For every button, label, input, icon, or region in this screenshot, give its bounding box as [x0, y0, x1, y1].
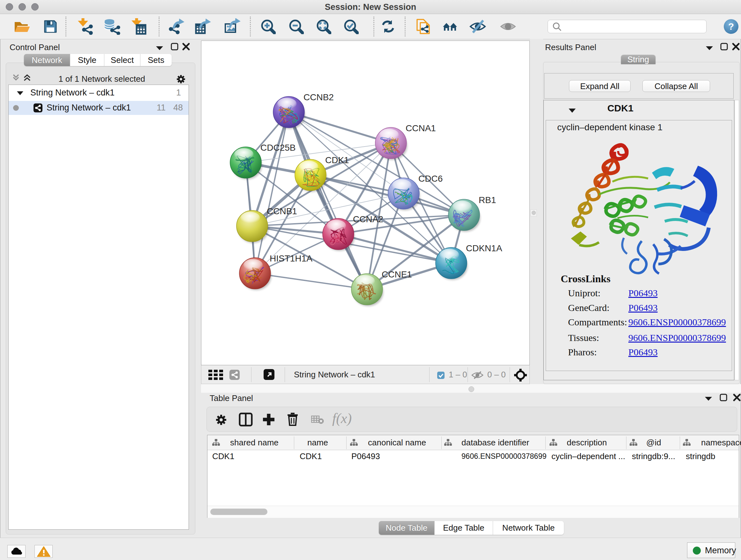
svg-text:CDC6: CDC6: [418, 174, 443, 184]
svg-text:CDKN1A: CDKN1A: [466, 243, 502, 253]
svg-text:CCNB2: CCNB2: [304, 92, 334, 102]
svg-text:CCNA2: CCNA2: [353, 214, 383, 224]
svg-text:CDC25B: CDC25B: [260, 143, 295, 152]
svg-text:RB1: RB1: [479, 195, 496, 205]
svg-text:CCNB1: CCNB1: [267, 206, 297, 216]
svg-text:CDK1: CDK1: [325, 155, 349, 165]
svg-text:CCNE1: CCNE1: [382, 269, 412, 279]
svg-text:?: ?: [728, 21, 734, 32]
svg-text:HIST1H1A: HIST1H1A: [270, 253, 313, 263]
svg-text:CCNA1: CCNA1: [406, 123, 436, 133]
